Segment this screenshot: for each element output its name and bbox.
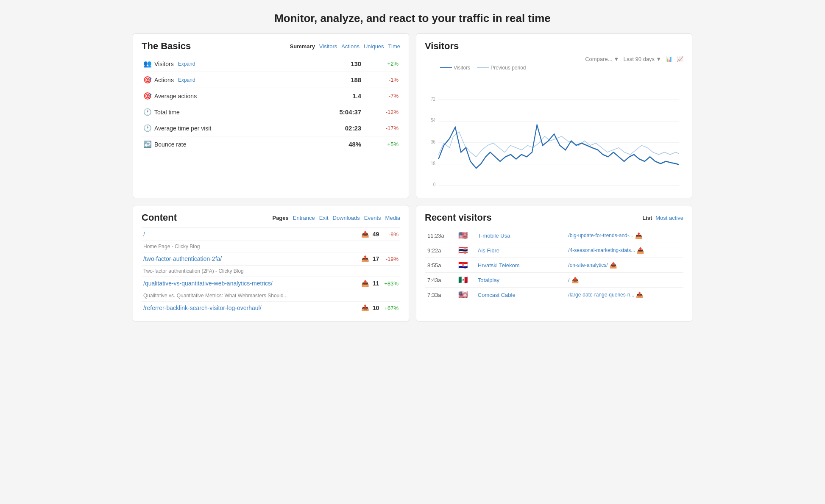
visitor-ext-icon[interactable]: 📤 [610, 262, 617, 269]
svg-text:0: 0 [433, 182, 435, 187]
visitor-page[interactable]: /big-update-for-trends-and-... [568, 233, 633, 238]
content-card: Content Pages Entrance Exit Downloads Ev… [133, 205, 409, 321]
content-title: Content [142, 212, 177, 223]
period-button[interactable]: Last 90 days ▼ [623, 56, 661, 62]
tab-uniques[interactable]: Uniques [364, 43, 384, 50]
recent-visitor-row: 7:33a 🇺🇸 Comcast Cable /large-date-range… [425, 288, 683, 302]
expand-link[interactable]: Expand [178, 77, 195, 83]
metric-value: 5:04:37 [305, 104, 363, 120]
page-views-icon: 📤 [361, 230, 369, 238]
page-subtitle: Home Page - Clicky Blog [142, 241, 400, 252]
page-change: -9% [381, 228, 400, 241]
rv-tab-most-active[interactable]: Most active [655, 215, 683, 221]
basics-metric-row: 🎯 Average actions 1.4 -7% [142, 88, 400, 104]
visitor-flag: 🇹🇭 [457, 243, 475, 258]
recent-visitors-card: Recent visitors List Most active 11:23a … [416, 205, 692, 321]
chart-type-icon[interactable]: 📈 [677, 56, 683, 62]
metric-icon: 🎯 [143, 92, 152, 100]
visitors-chart-area: 0 18 36 54 72 Jul 17 Aug 11 Sep 5 Sep 30 [425, 72, 683, 191]
basics-metrics-table: 👥 Visitors Expand 130 +2% 🎯 Actions Expa… [142, 56, 400, 152]
page-url-link[interactable]: /qualitative-vs-quantitative-web-analyti… [143, 280, 273, 287]
visitor-isp[interactable]: Ais Fibre [478, 247, 499, 254]
content-tab-exit[interactable]: Exit [319, 215, 329, 221]
visitors-svg: 0 18 36 54 72 Jul 17 Aug 11 Sep 5 Sep 30 [425, 72, 683, 191]
metric-icon: ↩️ [143, 140, 152, 148]
metric-change: +5% [363, 136, 400, 152]
content-tab-entrance[interactable]: Entrance [293, 215, 315, 221]
basics-tabs: Summary Visitors Actions Uniques Time [290, 43, 400, 50]
page-subtitle: Two-factor authentication (2FA) - Clicky… [142, 266, 400, 277]
metric-icon: 🕐 [143, 124, 152, 132]
content-tab-pages[interactable]: Pages [272, 215, 288, 221]
tab-time[interactable]: Time [388, 43, 400, 50]
compare-button[interactable]: Compare... ▼ [585, 56, 619, 62]
expand-link[interactable]: Expand [178, 61, 195, 67]
rv-tab-list[interactable]: List [642, 215, 652, 221]
metric-label: Total time [154, 109, 180, 116]
metric-label: Actions [154, 77, 174, 83]
visitor-ext-icon[interactable]: 📤 [635, 232, 642, 239]
basics-card: The Basics Summary Visitors Actions Uniq… [133, 33, 409, 198]
visitor-page[interactable]: /on-site-analytics/ [568, 262, 608, 268]
visitor-time: 8:55a [425, 258, 457, 273]
visitor-time: 7:43a [425, 273, 457, 288]
metric-label: Visitors [154, 61, 174, 67]
recent-visitor-row: 11:23a 🇺🇸 T-mobile Usa /big-update-for-t… [425, 228, 683, 243]
visitor-flag: 🇺🇸 [457, 288, 475, 302]
visitor-isp[interactable]: Totalplay [478, 277, 499, 283]
page-url-link[interactable]: / [143, 231, 145, 238]
svg-text:54: 54 [431, 118, 435, 123]
svg-text:36: 36 [431, 139, 435, 144]
content-tabs: Pages Entrance Exit Downloads Events Med… [272, 215, 400, 221]
basics-metric-row: 🎯 Actions Expand 188 -1% [142, 72, 400, 88]
visitors-chart-card: Visitors Compare... ▼ Last 90 days ▼ 📊 📈… [416, 33, 692, 198]
recent-visitor-row: 9:22a 🇹🇭 Ais Fibre /4-seasonal-marketing… [425, 243, 683, 258]
content-tab-events[interactable]: Events [364, 215, 381, 221]
recent-visitors-title: Recent visitors [425, 212, 492, 223]
metric-change: -12% [363, 104, 400, 120]
basics-metric-row: 🕐 Average time per visit 02:23 -17% [142, 120, 400, 136]
visitor-ext-icon[interactable]: 📤 [637, 247, 644, 254]
content-page-row: / 📤 49 -9% [142, 228, 400, 241]
content-page-row: /referrer-backlink-search-visitor-log-ov… [142, 302, 400, 315]
metric-value: 48% [305, 136, 363, 152]
visitor-time: 7:33a [425, 288, 457, 302]
content-tab-media[interactable]: Media [385, 215, 400, 221]
content-page-row: /qualitative-vs-quantitative-web-analyti… [142, 277, 400, 290]
visitor-isp[interactable]: T-mobile Usa [478, 233, 510, 239]
visitor-flag: 🇲🇽 [457, 273, 475, 288]
content-tab-downloads[interactable]: Downloads [333, 215, 360, 221]
page-subtitle: Qualitative vs. Quantitative Metrics: Wh… [142, 290, 400, 302]
visitor-page[interactable]: / [568, 277, 569, 283]
visitor-time: 9:22a [425, 243, 457, 258]
page-title: Monitor, analyze, and react to your traf… [0, 0, 825, 33]
content-pages-table: / 📤 49 -9% Home Page - Clicky Blog /two-… [142, 227, 400, 314]
tab-summary[interactable]: Summary [290, 43, 315, 50]
basics-title: The Basics [142, 41, 191, 52]
page-change: +67% [381, 302, 400, 315]
visitors-chart-title: Visitors [425, 41, 683, 52]
previous-period-legend-line [477, 67, 489, 68]
visitor-page[interactable]: /large-date-range-queries-n... [568, 292, 634, 298]
page-views: 10 [371, 302, 381, 315]
export-icon[interactable]: 📊 [666, 56, 672, 62]
tab-visitors[interactable]: Visitors [319, 43, 337, 50]
visitor-isp[interactable]: Hrvatski Telekom [478, 262, 520, 269]
page-views-icon: 📤 [361, 280, 369, 287]
visitor-page[interactable]: /4-seasonal-marketing-stats... [568, 247, 635, 253]
page-views: 17 [371, 252, 381, 266]
basics-metric-row: ↩️ Bounce rate 48% +5% [142, 136, 400, 152]
tab-actions[interactable]: Actions [341, 43, 360, 50]
visitor-isp[interactable]: Comcast Cable [478, 292, 516, 298]
metric-change: -1% [363, 72, 400, 88]
svg-text:72: 72 [431, 96, 435, 102]
metric-label: Average actions [154, 93, 197, 100]
svg-text:Sep 30: Sep 30 [635, 190, 648, 191]
page-views: 11 [371, 277, 381, 290]
visitor-ext-icon[interactable]: 📤 [636, 291, 643, 298]
page-url-link[interactable]: /two-factor-authentication-2fa/ [143, 255, 222, 262]
page-url-link[interactable]: /referrer-backlink-search-visitor-log-ov… [143, 305, 262, 311]
recent-visitor-row: 8:55a 🇭🇷 Hrvatski Telekom /on-site-analy… [425, 258, 683, 273]
basics-metric-row: 🕐 Total time 5:04:37 -12% [142, 104, 400, 120]
visitor-ext-icon[interactable]: 📤 [571, 277, 579, 283]
